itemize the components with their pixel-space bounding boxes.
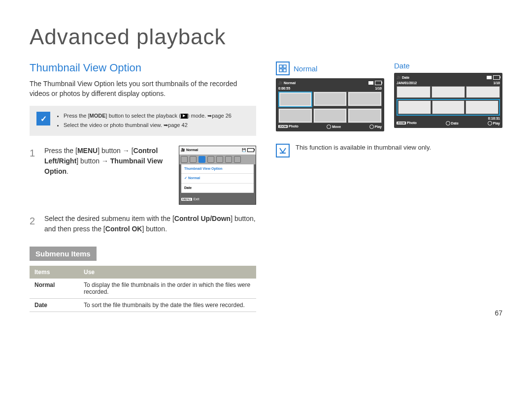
thumbnail <box>432 100 465 114</box>
menu-icon-row <box>179 155 256 164</box>
thumbnail <box>348 108 382 123</box>
thumbnail <box>313 92 347 106</box>
page-title: Advanced playback <box>30 25 502 49</box>
video-icon: 🎥 <box>181 148 185 152</box>
video-icon: 🎥 <box>278 81 283 85</box>
option-date: Date <box>181 184 254 193</box>
battery-icon <box>247 148 254 152</box>
normal-view-icon <box>276 62 290 75</box>
dpad-icon <box>327 125 331 129</box>
note-text: This function is available in thumbnail … <box>296 144 431 151</box>
thumbnail <box>278 92 312 107</box>
thumbnail <box>398 100 431 114</box>
ok-icon <box>488 121 492 125</box>
check-icon: ✓ <box>36 112 50 125</box>
thumbnail <box>432 86 466 98</box>
option-normal: Normal <box>181 174 254 184</box>
video-icon: 🎥 <box>397 76 401 79</box>
svg-rect-0 <box>279 65 282 68</box>
preview-label-normal: Normal <box>294 64 317 73</box>
playback-icon <box>181 114 188 119</box>
intro-text: The Thumbnail View Option lets you sort … <box>30 79 256 98</box>
menu-screenshot: 🎥 Normal 💾 <box>179 146 256 205</box>
section-title: Thumbnail View Option <box>30 62 256 74</box>
col-items: Items <box>30 266 79 279</box>
svg-rect-1 <box>283 65 286 68</box>
tip-box: ✓ Press the [MODE] button to select the … <box>30 106 256 136</box>
page-number: 67 <box>495 309 502 317</box>
info-icon <box>276 144 290 157</box>
dpad-icon <box>446 121 450 125</box>
date-preview-screen: 🎥 Date JAN/01/2012 1/10 <box>394 73 502 128</box>
thumbnail <box>348 92 382 106</box>
preview-label-date: Date <box>394 62 410 70</box>
thumbnail <box>278 108 312 123</box>
ok-icon <box>369 125 374 129</box>
card-icon <box>487 76 492 79</box>
battery-icon <box>375 81 382 85</box>
submenu-table: Items Use Normal To display the file thu… <box>30 266 256 312</box>
steps-list: Press the [MENU] button → [Control Left/… <box>30 146 256 234</box>
svg-rect-2 <box>279 69 282 72</box>
note-row: This function is available in thumbnail … <box>276 144 502 157</box>
table-row: Date To sort the file thumbnails by the … <box>30 298 256 312</box>
battery-icon <box>493 75 500 80</box>
tip-item: Select the video or photo thumbnail view… <box>64 121 232 129</box>
thumbnail <box>313 108 347 123</box>
thumbnail <box>397 86 431 98</box>
card-icon: 💾 <box>242 148 246 153</box>
selected-row <box>397 99 500 116</box>
svg-rect-3 <box>283 69 286 72</box>
tip-item: Press the [MODE] button to select the pl… <box>64 112 232 120</box>
thumbnail <box>466 100 499 114</box>
tip-list: Press the [MODE] button to select the pl… <box>56 112 232 130</box>
normal-preview-screen: 🎥 Normal 0:00:55 1/10 <box>276 78 384 131</box>
table-row: Normal To display the file thumbnails in… <box>30 279 256 299</box>
submenu-header: Submenu Items <box>30 247 97 261</box>
col-use: Use <box>79 266 256 279</box>
step-2: Select the desired submenu item with the… <box>30 214 256 234</box>
thumbnail <box>466 86 500 98</box>
card-icon <box>368 81 373 85</box>
dropdown-title: Thumbnail View Option <box>181 164 254 174</box>
step-1: Press the [MENU] button → [Control Left/… <box>30 146 256 205</box>
